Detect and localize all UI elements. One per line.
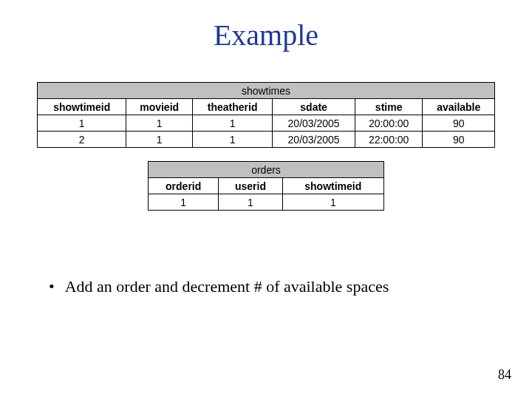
orders-table: orders orderid userid showtimeid 1 1 1 (148, 161, 384, 211)
col-header: theatherid (192, 99, 272, 115)
table-row: 1 1 1 (149, 194, 384, 211)
cell: 20/03/2005 (273, 115, 355, 132)
page-number: 84 (498, 367, 511, 383)
col-header: showtimeid (38, 99, 126, 115)
orders-caption: orders (149, 162, 384, 178)
cell: 1 (126, 115, 193, 132)
showtimes-table: showtimes showtimeid movieid theatherid … (37, 82, 495, 148)
col-header: sdate (273, 99, 355, 115)
cell: 1 (192, 115, 272, 132)
table-header-row: showtimeid movieid theatherid sdate stim… (38, 99, 495, 115)
col-header: orderid (149, 178, 219, 194)
cell: 1 (192, 132, 272, 148)
table-caption-row: orders (149, 162, 384, 178)
table-row: 1 1 1 20/03/2005 20:00:00 90 (38, 115, 495, 132)
bullet-item: • Add an order and decrement # of availa… (49, 277, 502, 296)
cell: 90 (423, 132, 495, 148)
cell: 20:00:00 (355, 115, 423, 132)
bullet-text: Add an order and decrement # of availabl… (65, 277, 389, 296)
bullet-dot-icon: • (49, 277, 55, 296)
cell: 2 (38, 132, 126, 148)
col-header: userid (219, 178, 282, 194)
col-header: movieid (126, 99, 193, 115)
cell: 1 (219, 194, 282, 211)
cell: 1 (38, 115, 126, 132)
table-caption-row: showtimes (38, 83, 495, 99)
showtimes-caption: showtimes (38, 83, 495, 99)
col-header: showtimeid (282, 178, 383, 194)
cell: 1 (149, 194, 219, 211)
showtimes-table-wrap: showtimes showtimeid movieid theatherid … (30, 82, 502, 148)
cell: 20/03/2005 (273, 132, 355, 148)
cell: 22:00:00 (355, 132, 423, 148)
cell: 1 (126, 132, 193, 148)
cell: 1 (282, 194, 383, 211)
cell: 90 (423, 115, 495, 132)
table-header-row: orderid userid showtimeid (149, 178, 384, 194)
col-header: stime (355, 99, 423, 115)
page-title: Example (30, 18, 502, 52)
slide: Example showtimes showtimeid movieid the… (0, 0, 532, 399)
col-header: available (423, 99, 495, 115)
orders-table-wrap: orders orderid userid showtimeid 1 1 1 (30, 148, 502, 211)
table-row: 2 1 1 20/03/2005 22:00:00 90 (38, 132, 495, 148)
